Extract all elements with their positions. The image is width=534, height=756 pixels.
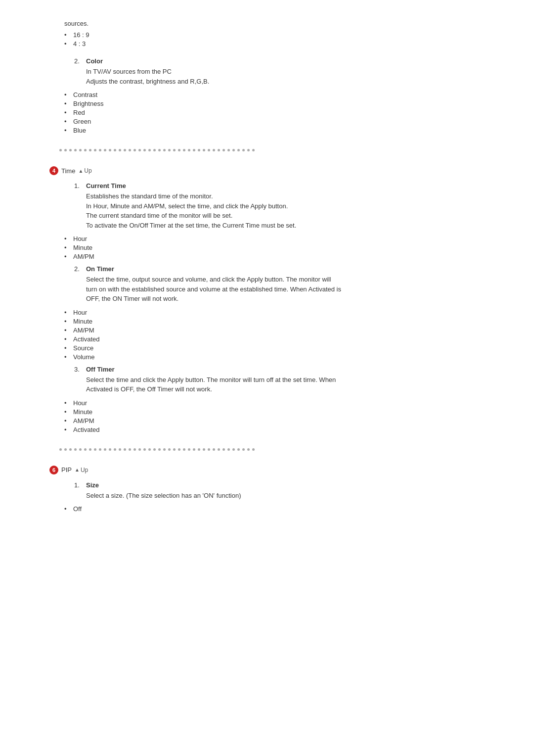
- dot: [198, 448, 200, 451]
- dot: [104, 448, 106, 451]
- dot: [237, 448, 240, 451]
- size-header: 1. Size: [74, 481, 485, 489]
- color-bullet-list: Contrast Brightness Red Green Blue: [64, 91, 485, 134]
- list-item: Activated: [64, 335, 485, 343]
- dot: [59, 448, 62, 451]
- time-section-title: Time: [61, 167, 75, 175]
- on-timer-desc-0: Select the time, output source and volum…: [86, 275, 485, 284]
- dot: [134, 448, 136, 451]
- off-timer-bullets: Hour Minute AM/PM Activated: [64, 399, 485, 433]
- pip-up-text: Up: [81, 467, 88, 473]
- dot: [173, 448, 176, 451]
- dot: [94, 448, 96, 451]
- off-timer-desc: Select the time and click the Apply butt…: [86, 375, 485, 394]
- dot: [84, 448, 87, 451]
- dot: [124, 149, 126, 151]
- dot: [64, 448, 67, 451]
- size-number: 1.: [74, 481, 82, 489]
- dot: [232, 448, 235, 451]
- pip-section-title: PIP: [61, 466, 72, 473]
- dot: [183, 448, 185, 451]
- dot: [109, 149, 111, 151]
- dot: [129, 448, 131, 451]
- dot: [99, 448, 101, 451]
- dot: [218, 448, 220, 451]
- current-time-number: 1.: [74, 182, 82, 189]
- dot: [109, 448, 111, 451]
- dot: [79, 149, 82, 151]
- dot: [158, 448, 161, 451]
- list-item: Minute: [64, 318, 485, 325]
- color-item-title: Color: [86, 57, 103, 65]
- dot: [69, 448, 72, 451]
- pip-section: 6 PIP ▲ Up 1. Size Select a size. (The s…: [49, 466, 485, 513]
- dot: [114, 448, 116, 451]
- current-time-subsection: 1. Current Time Establishes the standard…: [74, 182, 485, 230]
- dot: [173, 149, 176, 151]
- dot: [227, 149, 230, 151]
- time-section-icon: 4: [49, 166, 58, 175]
- size-subsection: 1. Size Select a size. (The size selecti…: [74, 481, 485, 501]
- dot: [242, 149, 245, 151]
- off-timer-desc-0: Select the time and click the Apply butt…: [86, 375, 485, 385]
- dot: [143, 149, 146, 151]
- dot: [203, 149, 205, 151]
- dot: [114, 149, 116, 151]
- dot: [94, 149, 96, 151]
- on-timer-bullets: Hour Minute AM/PM Activated Source Volum…: [64, 309, 485, 361]
- color-item-header: 2. Color: [74, 57, 485, 65]
- dot: [213, 149, 215, 151]
- top-bullet-list: 16 : 9 4 : 3: [64, 31, 485, 47]
- on-timer-desc-1: turn on with the established source and …: [86, 284, 485, 294]
- list-item: Hour: [64, 235, 485, 242]
- on-timer-number: 2.: [74, 265, 82, 273]
- off-timer-number: 3.: [74, 366, 82, 373]
- list-item: AM/PM: [64, 417, 485, 425]
- dot: [188, 149, 190, 151]
- dot: [168, 149, 171, 151]
- dot: [247, 149, 250, 151]
- dot: [237, 149, 240, 151]
- dot: [64, 149, 67, 151]
- pip-up-link[interactable]: ▲ Up: [75, 467, 88, 473]
- dot: [222, 149, 225, 151]
- dot: [153, 149, 156, 151]
- on-timer-desc-2: OFF, the ON Timer will not work.: [86, 294, 485, 304]
- dot: [138, 448, 141, 451]
- dot: [227, 448, 230, 451]
- size-bullets: Off: [64, 505, 485, 513]
- dot: [134, 149, 136, 151]
- list-item: Blue: [64, 127, 485, 134]
- on-timer-desc: Select the time, output source and volum…: [86, 275, 485, 304]
- list-item: AM/PM: [64, 253, 485, 260]
- color-desc-line2: Adjusts the contrast, brightness and R,G…: [86, 77, 485, 87]
- list-item: Volume: [64, 353, 485, 361]
- dot: [148, 448, 151, 451]
- list-item: Hour: [64, 399, 485, 407]
- dot: [74, 448, 77, 451]
- dot: [89, 149, 91, 151]
- dot: [203, 448, 205, 451]
- dot: [148, 149, 151, 151]
- time-up-link[interactable]: ▲ Up: [78, 167, 91, 174]
- dot: [69, 149, 72, 151]
- dot: [247, 448, 250, 451]
- dot: [163, 149, 166, 151]
- list-item: AM/PM: [64, 327, 485, 334]
- current-time-header: 1. Current Time: [74, 182, 485, 189]
- dot: [242, 448, 245, 451]
- current-time-bullets: Hour Minute AM/PM: [64, 235, 485, 260]
- list-item: Activated: [64, 426, 485, 433]
- color-item-desc: In TV/AV sources from the PC Adjusts the…: [86, 67, 485, 86]
- dot: [89, 448, 91, 451]
- up-arrow-icon: ▲: [78, 168, 83, 174]
- time-section-header: 4 Time ▲ Up: [49, 166, 485, 175]
- pip-section-header: 6 PIP ▲ Up: [49, 466, 485, 474]
- dotted-divider-2: [49, 448, 485, 451]
- on-timer-subsection: 2. On Timer Select the time, output sour…: [74, 265, 485, 304]
- dot: [119, 149, 121, 151]
- dot: [79, 448, 82, 451]
- dot: [59, 149, 62, 151]
- dot: [193, 149, 195, 151]
- list-item: Off: [64, 505, 485, 513]
